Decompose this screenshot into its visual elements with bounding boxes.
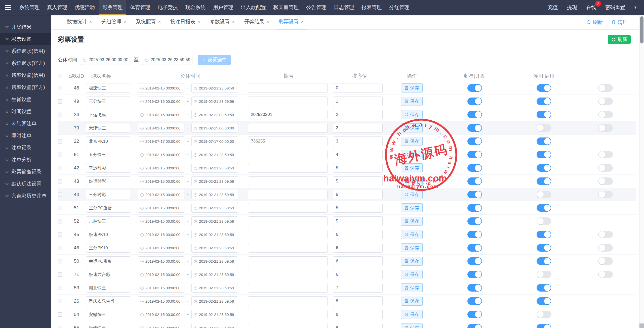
save-button[interactable]: 保存 <box>401 283 423 292</box>
row-checkbox[interactable] <box>58 86 62 90</box>
row-checkbox[interactable] <box>58 126 62 130</box>
nav-item[interactable]: 日志管理 <box>330 0 358 15</box>
extra-toggle[interactable] <box>598 231 613 238</box>
rest-start-input[interactable] <box>145 153 182 157</box>
game-name-input[interactable] <box>86 163 130 173</box>
close-icon[interactable]: × <box>198 19 200 24</box>
sidebar-item[interactable]: ☆生肖设置 <box>0 93 51 105</box>
save-button[interactable]: 保存 <box>401 190 423 199</box>
rest-end-input[interactable] <box>199 99 236 104</box>
game-name-input[interactable] <box>86 150 130 159</box>
rest-start-input[interactable] <box>145 139 182 144</box>
rest-end-input[interactable] <box>199 299 236 303</box>
issue-input[interactable] <box>248 230 328 239</box>
issue-input[interactable] <box>248 190 328 199</box>
seal-open-toggle[interactable] <box>467 204 482 212</box>
row-checkbox[interactable] <box>58 193 62 197</box>
rest-end-input[interactable] <box>199 326 236 328</box>
save-button[interactable]: 保存 <box>401 123 423 132</box>
sidebar-item[interactable]: ☆赔率设置(官方) <box>0 81 51 93</box>
sidebar-item[interactable]: ☆即时注单 <box>0 129 51 142</box>
rest-start-input[interactable] <box>145 272 182 277</box>
issue-input[interactable] <box>248 310 328 319</box>
game-name-input[interactable] <box>86 176 130 186</box>
game-name-input[interactable] <box>86 256 130 266</box>
game-name-input[interactable] <box>86 203 130 213</box>
seal-open-toggle[interactable] <box>467 177 482 185</box>
filter-from-input[interactable] <box>89 57 128 62</box>
seal-open-toggle[interactable] <box>467 257 482 265</box>
vertical-scrollbar[interactable] <box>639 15 644 328</box>
disable-enable-toggle[interactable] <box>537 297 551 305</box>
sort-input[interactable] <box>333 243 383 253</box>
game-name-input[interactable] <box>86 190 130 199</box>
sidebar-item[interactable]: ☆彩票输赢记录 <box>0 166 51 178</box>
disable-enable-toggle[interactable] <box>537 204 551 212</box>
tab-item[interactable]: 系统配置× <box>133 15 164 29</box>
game-name-input[interactable] <box>86 296 130 306</box>
disable-enable-toggle[interactable] <box>537 124 551 132</box>
rest-end-input[interactable] <box>199 206 236 210</box>
game-name-input[interactable] <box>86 283 130 293</box>
password-reset-link[interactable]: 密码重置 <box>605 4 625 11</box>
tab-item[interactable]: 彩票设置× <box>276 15 307 29</box>
game-name-input[interactable] <box>86 270 130 279</box>
extra-toggle[interactable] <box>598 98 613 105</box>
sidebar-item[interactable]: ☆默认玩法设置 <box>0 178 51 190</box>
save-button[interactable]: 保存 <box>401 217 423 226</box>
disable-enable-toggle[interactable] <box>537 137 551 145</box>
disable-enable-toggle[interactable] <box>537 84 551 92</box>
row-checkbox[interactable] <box>58 259 62 263</box>
rest-end-input[interactable] <box>199 193 236 197</box>
tabs-clean-button[interactable]: 清理 <box>611 19 628 26</box>
extra-toggle[interactable] <box>598 164 613 172</box>
seal-open-toggle[interactable] <box>467 191 482 198</box>
rest-end-input[interactable] <box>199 219 236 223</box>
row-checkbox[interactable] <box>58 153 62 157</box>
nav-item[interactable]: 彩票管理 <box>99 0 126 15</box>
disable-enable-toggle[interactable] <box>537 231 551 238</box>
nav-item[interactable]: 出入款配置 <box>237 0 270 15</box>
game-name-input[interactable] <box>86 83 130 93</box>
scrollbar-thumb[interactable] <box>640 16 643 43</box>
seal-open-toggle[interactable] <box>467 164 482 172</box>
game-name-input[interactable] <box>86 310 130 319</box>
disable-enable-toggle[interactable] <box>537 151 551 158</box>
nav-item[interactable]: 体育管理 <box>126 0 154 15</box>
issue-input[interactable] <box>248 203 328 213</box>
disable-enable-toggle[interactable] <box>537 98 551 105</box>
seal-open-toggle[interactable] <box>467 151 482 158</box>
tab-item[interactable]: 参数设置× <box>207 15 238 29</box>
close-icon[interactable]: × <box>267 19 269 24</box>
rest-start-input[interactable] <box>145 86 182 90</box>
rest-start-input[interactable] <box>145 326 182 328</box>
row-checkbox[interactable] <box>58 139 62 144</box>
tab-item[interactable]: 开奖结果× <box>241 15 272 29</box>
extra-toggle[interactable] <box>598 257 613 265</box>
save-button[interactable]: 保存 <box>401 243 423 252</box>
rest-end-input[interactable] <box>199 232 236 237</box>
disable-enable-toggle[interactable] <box>537 271 551 278</box>
seal-open-toggle[interactable] <box>467 244 482 252</box>
refresh-button[interactable]: 刷新 <box>608 35 631 44</box>
save-button[interactable]: 保存 <box>401 203 423 212</box>
disable-enable-toggle[interactable] <box>537 257 551 265</box>
select-all-checkbox[interactable] <box>58 74 62 78</box>
rest-end-input[interactable] <box>199 86 236 90</box>
issue-input[interactable] <box>248 256 328 266</box>
issue-input[interactable] <box>248 176 328 186</box>
save-button[interactable]: 保存 <box>401 257 423 266</box>
rest-start-input[interactable] <box>145 206 182 210</box>
rest-end-input[interactable] <box>199 179 236 183</box>
save-button[interactable]: 保存 <box>401 270 423 279</box>
disable-enable-toggle[interactable] <box>537 217 551 225</box>
disable-enable-toggle[interactable] <box>537 284 551 292</box>
disable-enable-toggle[interactable] <box>537 311 551 318</box>
seal-open-toggle[interactable] <box>467 324 482 328</box>
row-checkbox[interactable] <box>58 166 62 170</box>
close-icon[interactable]: × <box>232 19 235 24</box>
rest-start-input[interactable] <box>145 312 182 317</box>
issue-input[interactable] <box>248 323 328 328</box>
sort-input[interactable] <box>333 123 383 133</box>
sort-input[interactable] <box>333 176 383 186</box>
